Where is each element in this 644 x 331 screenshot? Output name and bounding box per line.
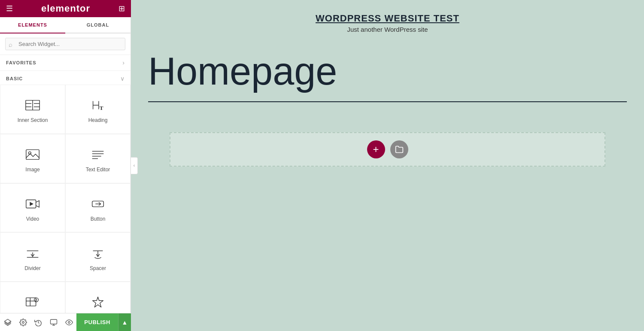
tab-elements[interactable]: ELEMENTS	[0, 17, 65, 33]
search-bar	[0, 33, 131, 55]
chevron-down-icon: ∨	[120, 75, 125, 82]
divider-line	[148, 101, 627, 102]
svg-rect-30	[50, 319, 57, 324]
elementor-logo: elementor	[41, 3, 90, 14]
sidebar: ELEMENTS GLOBAL FAVORITES › BASIC ∨	[0, 0, 131, 331]
image-icon	[24, 146, 41, 163]
google-maps-icon: 8	[24, 294, 41, 311]
preview-button[interactable]	[61, 313, 77, 331]
widget-text-editor[interactable]: Text Editor	[65, 134, 131, 183]
site-tagline: Just another WordPress site	[131, 26, 644, 33]
favorites-label: FAVORITES	[6, 60, 36, 65]
button-icon	[89, 195, 106, 213]
widget-divider[interactable]: Divider	[0, 232, 65, 282]
settings-button[interactable]	[15, 313, 31, 331]
widget-image-label: Image	[25, 167, 39, 173]
homepage-title: Homepage	[148, 50, 627, 93]
widget-image[interactable]: Image	[0, 134, 65, 183]
widget-divider-label: Divider	[24, 265, 40, 271]
basic-section[interactable]: BASIC ∨	[0, 71, 131, 85]
basic-label: BASIC	[6, 76, 23, 81]
hamburger-menu-icon[interactable]: ☰	[6, 4, 13, 13]
widget-button-label: Button	[91, 216, 106, 222]
empty-section: +	[170, 132, 606, 167]
widget-video-label: Video	[26, 216, 39, 222]
widgets-grid: Inner Section T Heading Image	[0, 85, 131, 331]
svg-rect-7	[26, 150, 39, 160]
spacer-icon	[89, 245, 106, 262]
publish-arrow-button[interactable]: ▲	[118, 313, 131, 331]
publish-button[interactable]: PUBLISH	[76, 313, 118, 331]
widget-heading-label: Heading	[88, 117, 108, 123]
heading-icon: T	[89, 97, 106, 114]
templates-button[interactable]	[390, 140, 408, 158]
history-button[interactable]	[30, 313, 46, 331]
layers-button[interactable]	[0, 313, 15, 331]
tab-global[interactable]: GLOBAL	[65, 17, 131, 33]
widget-heading[interactable]: T Heading	[65, 85, 131, 134]
svg-marker-14	[30, 202, 33, 206]
icon-icon	[89, 294, 106, 311]
widget-inner-section[interactable]: Inner Section	[0, 85, 65, 134]
page-content: Homepage	[131, 42, 644, 124]
video-icon	[24, 195, 41, 213]
widget-spacer-label: Spacer	[90, 265, 106, 271]
sidebar-tabs: ELEMENTS GLOBAL	[0, 17, 131, 33]
widget-button[interactable]: Button	[65, 183, 131, 233]
site-title: WORDPRESS WEBSITE TEST	[131, 13, 644, 24]
svg-text:T: T	[100, 105, 103, 112]
bottom-bar: PUBLISH ▲	[0, 313, 131, 331]
add-section-button[interactable]: +	[367, 140, 385, 158]
inner-section-icon	[24, 97, 41, 114]
favorites-section[interactable]: FAVORITES ›	[0, 55, 131, 71]
widget-inner-section-label: Inner Section	[18, 117, 48, 123]
responsive-button[interactable]	[46, 313, 61, 331]
svg-point-29	[22, 321, 24, 323]
svg-point-33	[68, 321, 70, 323]
search-input[interactable]	[5, 38, 125, 50]
text-editor-icon	[89, 146, 106, 163]
grid-icon[interactable]: ⊞	[118, 4, 125, 13]
widget-video[interactable]: Video	[0, 183, 65, 233]
collapse-handle[interactable]: ‹	[131, 157, 138, 174]
site-header: WORDPRESS WEBSITE TEST Just another Word…	[131, 0, 644, 42]
widget-spacer[interactable]: Spacer	[65, 232, 131, 282]
widget-text-editor-label: Text Editor	[86, 167, 110, 173]
main-canvas: WORDPRESS WEBSITE TEST Just another Word…	[131, 0, 644, 331]
divider-icon	[24, 245, 41, 262]
svg-marker-27	[93, 297, 103, 307]
chevron-right-icon: ›	[122, 59, 125, 66]
